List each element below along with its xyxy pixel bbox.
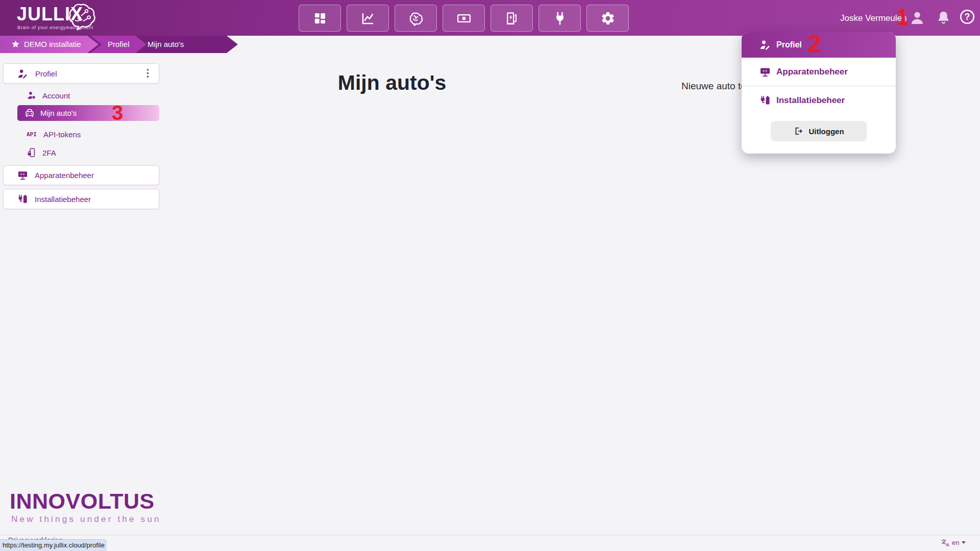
breadcrumb: DEMO installatie Profiel Mijn auto's [0,36,238,53]
notifications-bell-icon[interactable] [935,9,952,26]
sidebar-item-label: Profiel [35,69,57,78]
breadcrumb-current: Mijn auto's [148,36,184,53]
user-menu-label: Apparatenbeheer [776,67,848,77]
user-menu-label: Installatiebeheer [776,95,845,106]
installation-plug-icon [17,193,29,205]
svg-text:?: ? [965,12,970,22]
ev-charger-icon [504,11,520,26]
breadcrumb-installation[interactable]: DEMO installatie [0,36,99,53]
sidebar-item-account[interactable]: Account [3,88,159,103]
breadcrumb-label: DEMO installatie [24,36,81,53]
logout-label: Uitloggen [808,127,844,136]
sidebar-item-installatiebeheer[interactable]: Installatiebeheer [3,189,159,209]
kebab-menu-icon[interactable] [142,67,154,79]
car-icon [24,108,35,119]
nav-plug-button[interactable] [538,5,581,32]
annotation-1: 1 [896,6,909,29]
annotation-2: 2 [808,32,822,56]
sidebar-item-label: Account [42,91,70,100]
sidebar-item-label: Mijn auto's [40,109,77,117]
sidebar-item-2fa[interactable]: 2FA [3,145,159,160]
user-menu-item-apparatenbeheer[interactable]: Apparatenbeheer [742,58,896,86]
page-title: Mijn auto's [264,71,520,95]
gear-icon [600,11,616,26]
sidebar-item-api-tokens[interactable]: API API-tokens [3,127,159,142]
nav-analytics-button[interactable] [347,5,389,32]
user-menu-label: Profiel [776,40,802,49]
brain-icon [408,11,424,26]
app-header: JULLIX Brain of your energymanagment [0,0,980,36]
line-chart-icon [360,11,376,26]
sidebar-item-apparatenbeheer[interactable]: Apparatenbeheer [3,165,159,185]
person-edit-icon [759,39,771,51]
annotation-3: 3 [112,103,123,123]
breadcrumb-label: Profiel [108,36,130,53]
breadcrumb-label: Mijn auto's [148,40,184,48]
nav-settings-button[interactable] [586,5,629,32]
user-avatar-icon[interactable] [908,9,926,27]
dashboard-icon [312,11,328,26]
logout-button[interactable]: Uitloggen [771,121,867,141]
devices-icon [759,66,771,78]
language-code: en [952,539,959,546]
sidebar-item-label: Apparatenbeheer [35,171,94,180]
phone-lock-icon [27,147,37,158]
breadcrumb-profiel[interactable]: Profiel [90,36,146,53]
status-url-tooltip: https://testing.my.jullix.cloud/profile [0,539,106,551]
installation-plug-icon [759,94,771,107]
sidebar-item-label: API-tokens [43,130,81,139]
sidebar-item-label: 2FA [42,148,56,157]
innovoltus-tagline: New things under the sun [11,514,161,524]
logout-icon [793,126,803,136]
help-icon[interactable]: ? [959,8,976,26]
sidebar-item-label: Installatiebeheer [35,195,91,204]
person-edit-icon [17,68,29,80]
sidebar-item-mijn-autos-active[interactable]: Mijn auto's [17,105,159,121]
app-tagline: Brain of your energymanagment [17,25,93,30]
plug-icon [552,11,568,26]
user-menu-item-installatiebeheer[interactable]: Installatiebeheer [742,86,896,114]
chevron-down-icon [962,541,966,544]
footer-divider [0,535,980,535]
sidebar-item-profiel[interactable]: Profiel [3,63,159,84]
api-icon: API [27,131,38,138]
translate-icon: A [941,538,949,547]
svg-text:A: A [946,542,949,547]
nav-ev-charger-button[interactable] [491,5,533,32]
devices-icon [17,169,29,181]
innovoltus-logo: INNOVOLTUS [10,489,155,514]
main-nav [299,5,629,32]
person-gear-icon [27,90,37,101]
nav-finance-button[interactable] [443,5,485,32]
nav-ai-button[interactable] [395,5,437,32]
nav-dashboard-button[interactable] [299,5,341,32]
banknote-icon [456,11,472,26]
language-selector[interactable]: A en [941,538,966,547]
star-icon [11,40,20,48]
